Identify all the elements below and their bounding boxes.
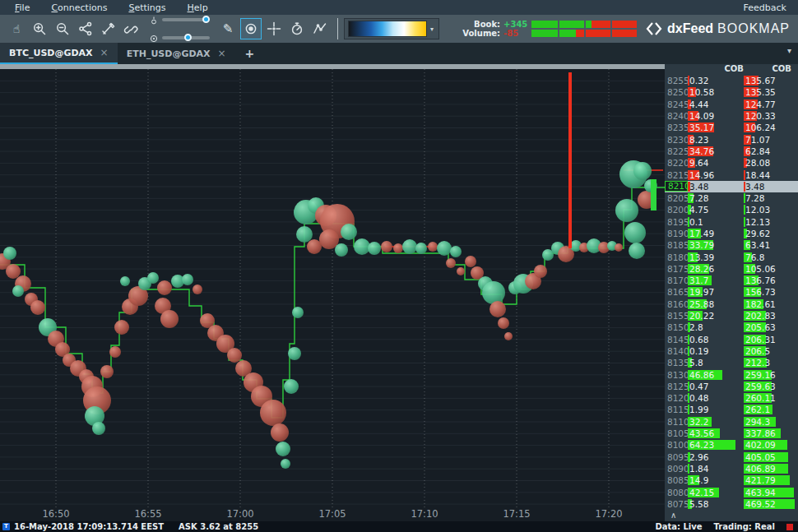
ladder-row[interactable]: 82308.2371.07	[665, 133, 798, 145]
price-label: 8255	[665, 76, 688, 86]
tabs-container: BTC_USD@GDAX×ETH_USD@GDAX×	[0, 43, 235, 64]
ladder-row[interactable]: 811032.2294.3	[665, 416, 798, 428]
ladder-row[interactable]: 80901.84406.89	[665, 463, 798, 474]
ladder-row[interactable]: 816519.97156.73	[665, 286, 798, 298]
ladder-row[interactable]: 81200.48260.11	[665, 392, 798, 404]
pan-hand-icon[interactable]: ☝	[6, 18, 27, 39]
cob-near-cell: 0.1	[688, 217, 742, 227]
tab-list-chevron-icon[interactable]: ▾	[787, 46, 791, 55]
cob-cum-cell: 402.09	[744, 440, 796, 450]
cob-near-cell: 2.8	[688, 322, 742, 332]
svg-text:17:10: 17:10	[411, 508, 438, 520]
ladder-row[interactable]: 80952.96405.05	[665, 451, 798, 463]
pencil-tool-icon[interactable]: ✎	[217, 18, 239, 39]
ladder-row[interactable]: 810543.56337.86	[665, 428, 798, 439]
ladder-row[interactable]: 82209.6428.08	[665, 157, 798, 169]
ladder-row[interactable]: 81250.47259.63	[665, 381, 798, 392]
zoom-out-icon[interactable]	[52, 18, 73, 39]
tab-eth_usd@gdax[interactable]: ETH_USD@GDAX×	[118, 43, 235, 64]
ladder-row[interactable]: 824014.09120.33	[665, 110, 798, 122]
svg-text:16:55: 16:55	[134, 508, 161, 520]
cob-near-value: 14.09	[689, 111, 714, 121]
cob-near-value: 9.64	[689, 158, 708, 168]
ladder-row[interactable]: 821514.9618.44	[665, 169, 798, 180]
tab-btc_usd@gdax[interactable]: BTC_USD@GDAX×	[0, 43, 118, 64]
ladder-row[interactable]: 818533.7963.41	[665, 239, 798, 251]
bubble-scale-slider-track[interactable]	[162, 18, 210, 21]
ladder-footer: ∧	[665, 510, 798, 521]
ladder-row[interactable]: 818013.3976.8	[665, 251, 798, 262]
ladder-row[interactable]: 81400.19206.5	[665, 345, 798, 357]
cob-cum-value: 259.63	[745, 382, 776, 391]
bookmap-chart[interactable]: 16:5016:5517:0017:0517:1017:1517:20	[0, 64, 665, 521]
ladder-row[interactable]: 808042.15463.94	[665, 486, 798, 497]
bubble-scale-slider[interactable]	[150, 12, 210, 28]
price-label: 8210	[665, 181, 688, 192]
ladder-row[interactable]: 825010.58135.35	[665, 86, 798, 98]
bubbles-toggle-icon[interactable]	[240, 18, 262, 39]
cob-near-cell: 0.47	[688, 382, 742, 391]
collapse-chevron-icon[interactable]: ∧	[670, 511, 676, 520]
zoom-in-icon[interactable]	[29, 18, 50, 39]
cob-near-cell: 19.97	[688, 287, 742, 297]
share-icon[interactable]	[75, 18, 96, 39]
colormap-dropdown[interactable]: ▾	[344, 18, 439, 39]
ladder-row[interactable]: 80755.58469.52	[665, 498, 798, 510]
close-icon[interactable]: ×	[100, 47, 109, 58]
ladder-row[interactable]: 81502.8205.63	[665, 322, 798, 333]
indicator-segment-divider	[558, 21, 559, 28]
ladder-row[interactable]: 82103.483.48	[665, 181, 798, 192]
ladder-row[interactable]: 82454.44124.77	[665, 99, 798, 110]
add-tab-button[interactable]: +	[235, 43, 265, 64]
close-icon[interactable]: ×	[218, 48, 226, 59]
ladder-row[interactable]: 81355.8212.3	[665, 357, 798, 368]
ladder-row[interactable]: 81950.112.13	[665, 216, 798, 228]
tab-label: ETH_USD@GDAX	[127, 49, 211, 59]
ladder-row[interactable]: 823535.17106.24	[665, 122, 798, 133]
cob-cum-cell: 18.44	[744, 170, 796, 180]
chart-pane[interactable]: 16:5016:5517:0017:0517:1017:1517:20	[0, 64, 665, 521]
cob-cum-value: 12.13	[745, 217, 770, 227]
cob-cum-value: 12.03	[745, 205, 770, 215]
price-label: 8115	[665, 405, 688, 414]
ladder-row[interactable]: 815520.22202.83	[665, 310, 798, 322]
ladder-row[interactable]: 82057.287.28	[665, 192, 798, 204]
ladder-row[interactable]: 817528.26105.06	[665, 263, 798, 275]
ladder-row[interactable]: 81151.99262.1	[665, 404, 798, 415]
ladder-row[interactable]: 81450.68206.31	[665, 334, 798, 345]
cob-column-header-1: COB	[665, 64, 744, 75]
time-axis: 16:5016:5517:0017:0517:1017:1517:20	[42, 508, 622, 520]
price-label: 8235	[665, 123, 688, 132]
ladder-row[interactable]: 82004.7512.03	[665, 204, 798, 215]
feedback-link[interactable]: Feedback	[744, 2, 798, 13]
ladder-row[interactable]: 817031.7136.76	[665, 275, 798, 286]
measure-icon[interactable]	[98, 18, 119, 39]
ladder-row[interactable]: 816025.88182.61	[665, 298, 798, 310]
crosshair-tool-icon[interactable]	[263, 18, 285, 39]
cob-cum-cell: 212.3	[744, 358, 796, 368]
status-timestamp: 16-May-2018 17:09:13.714 EEST	[14, 522, 164, 531]
cob-near-value: 7.28	[689, 193, 708, 203]
cob-cum-value: 463.94	[745, 488, 776, 497]
history-scale-slider-track[interactable]	[162, 36, 210, 39]
price-label: 8150	[665, 322, 688, 332]
timer-tool-icon[interactable]	[286, 18, 308, 39]
ladder-row[interactable]: 819017.4929.62	[665, 228, 798, 239]
ladder-row[interactable]: 82550.32135.67	[665, 75, 798, 86]
price-label: 8215	[665, 170, 688, 180]
link-icon[interactable]	[121, 18, 142, 39]
cob-near-value: 0.68	[689, 335, 708, 345]
price-label: 8220	[665, 158, 688, 168]
ladder-row[interactable]: 813046.86259.16	[665, 368, 798, 380]
price-label: 8100	[665, 440, 688, 450]
ladder-row[interactable]: 810064.23402.09	[665, 439, 798, 451]
price-label: 8245	[665, 99, 688, 109]
ladder-row[interactable]: 808514.9421.79	[665, 474, 798, 486]
zigzag-tool-icon[interactable]	[309, 18, 331, 39]
history-scale-slider-thumb[interactable]	[184, 34, 192, 41]
menu-item-file[interactable]: File	[0, 2, 40, 14]
bubble-scale-slider-thumb[interactable]	[202, 16, 210, 23]
menu-item-connections[interactable]: Connections	[40, 2, 118, 14]
cob-cum-value: 182.61	[745, 299, 776, 309]
ladder-row[interactable]: 822534.7662.84	[665, 146, 798, 157]
